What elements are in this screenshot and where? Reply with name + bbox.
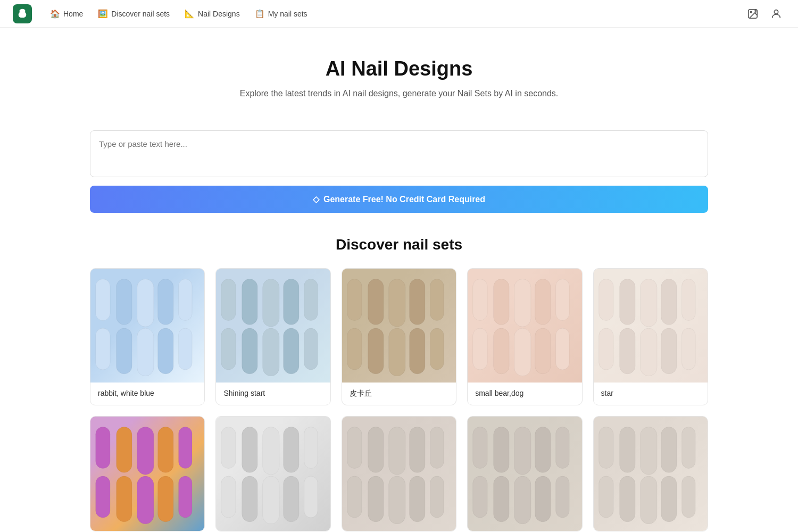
svg-rect-93 (598, 427, 613, 469)
svg-rect-17 (304, 279, 318, 320)
svg-rect-78 (347, 476, 362, 518)
svg-rect-58 (96, 476, 110, 518)
svg-rect-49 (619, 328, 635, 374)
mynails-nav-icon: 📋 (255, 9, 265, 19)
nail-card-image-colorful (90, 417, 204, 530)
svg-rect-46 (661, 279, 676, 325)
svg-rect-11 (158, 328, 173, 374)
svg-rect-102 (681, 476, 695, 518)
nail-card-label-shining: Shining start (216, 383, 330, 404)
svg-rect-84 (494, 427, 509, 473)
nail-card-pikachu[interactable]: 皮卡丘 (342, 268, 456, 405)
nav-link-designs[interactable]: 📐Nail Designs (179, 6, 245, 22)
svg-rect-47 (681, 279, 695, 320)
svg-rect-55 (137, 427, 154, 475)
nail-card-bear[interactable]: small bear,dog (467, 268, 582, 405)
user-account-button[interactable] (767, 5, 785, 23)
svg-rect-35 (514, 279, 531, 327)
prompt-input[interactable] (90, 130, 708, 177)
discover-nav-icon: 🖼️ (98, 9, 108, 19)
nail-card-label-rabbit: rabbit, white blue (90, 383, 204, 404)
nav-link-discover[interactable]: 🖼️Discover nail sets (93, 6, 175, 22)
nail-card-image-bear (468, 269, 581, 383)
svg-rect-24 (368, 279, 384, 325)
nav-link-home[interactable]: 🏠Home (45, 6, 88, 22)
input-section: ◇ Generate Free! No Credit Card Required (77, 130, 721, 213)
svg-rect-101 (661, 476, 676, 522)
svg-rect-53 (96, 427, 110, 469)
svg-rect-91 (535, 476, 551, 522)
svg-rect-73 (347, 427, 362, 469)
svg-rect-63 (221, 427, 236, 469)
nav-right (744, 5, 785, 23)
svg-rect-38 (473, 328, 487, 370)
nail-card-beige1[interactable] (342, 416, 456, 531)
nail-card-image-white3d (216, 417, 330, 530)
svg-rect-39 (494, 328, 509, 374)
svg-rect-27 (430, 279, 443, 320)
discover-heading: Discover nail sets (90, 236, 708, 253)
nail-card-colorful[interactable] (90, 416, 205, 531)
svg-rect-70 (263, 476, 279, 524)
svg-rect-3 (96, 279, 110, 320)
svg-rect-96 (661, 427, 676, 473)
svg-rect-19 (242, 328, 257, 374)
nail-card-star[interactable]: star (593, 268, 708, 405)
svg-rect-21 (284, 328, 299, 374)
app-logo (13, 4, 32, 23)
diamond-icon: ◇ (313, 194, 319, 204)
svg-rect-44 (619, 279, 635, 325)
hero-section: AI Nail Designs Explore the latest trend… (0, 28, 798, 115)
nail-card-beige2[interactable] (467, 416, 582, 531)
svg-rect-31 (409, 328, 425, 374)
svg-rect-86 (535, 427, 551, 473)
nail-card-image-beige2 (468, 417, 581, 530)
svg-rect-13 (221, 279, 236, 320)
image-generate-button[interactable] (744, 5, 762, 23)
nail-grid: rabbit, white blue Shining start 皮卡丘 sma… (90, 268, 708, 531)
svg-rect-52 (681, 328, 695, 370)
nav-link-mynails[interactable]: 📋My nail sets (250, 6, 313, 22)
svg-rect-75 (389, 427, 405, 475)
nail-card-white3d[interactable] (215, 416, 330, 531)
svg-rect-16 (284, 279, 299, 325)
designs-nav-label: Nail Designs (198, 10, 240, 18)
svg-rect-45 (640, 279, 656, 327)
nail-card-shining[interactable]: Shining start (215, 268, 330, 405)
svg-rect-12 (179, 328, 192, 370)
svg-rect-87 (556, 427, 569, 469)
svg-rect-64 (242, 427, 257, 473)
svg-point-2 (774, 10, 778, 13)
svg-rect-36 (535, 279, 551, 325)
svg-rect-89 (494, 476, 509, 522)
svg-rect-94 (619, 427, 635, 473)
svg-rect-69 (242, 476, 257, 522)
svg-rect-79 (368, 476, 384, 522)
svg-rect-65 (263, 427, 279, 475)
svg-rect-20 (263, 328, 279, 376)
nail-card-beige3[interactable] (593, 416, 708, 531)
nail-card-image-beige1 (342, 417, 456, 530)
svg-rect-81 (409, 476, 425, 522)
svg-rect-42 (556, 328, 569, 370)
svg-rect-97 (681, 427, 695, 469)
svg-rect-100 (640, 476, 656, 524)
svg-rect-30 (389, 328, 405, 376)
svg-rect-14 (242, 279, 257, 325)
nail-card-label-star: star (594, 383, 708, 404)
svg-rect-28 (347, 328, 362, 370)
svg-rect-25 (389, 279, 405, 327)
svg-rect-26 (409, 279, 425, 325)
svg-rect-40 (514, 328, 531, 376)
nail-card-label-bear: small bear,dog (468, 383, 581, 404)
page-title: AI Nail Designs (13, 57, 785, 80)
hero-subtitle: Explore the latest trends in AI nail des… (13, 89, 785, 98)
navbar: 🏠Home🖼️Discover nail sets📐Nail Designs📋M… (0, 0, 798, 28)
svg-rect-90 (514, 476, 531, 524)
svg-rect-4 (117, 279, 132, 325)
svg-rect-88 (473, 476, 487, 518)
nail-card-rabbit[interactable]: rabbit, white blue (90, 268, 205, 405)
generate-button[interactable]: ◇ Generate Free! No Credit Card Required (90, 186, 708, 213)
discover-nav-label: Discover nail sets (111, 10, 170, 18)
svg-rect-43 (598, 279, 613, 320)
